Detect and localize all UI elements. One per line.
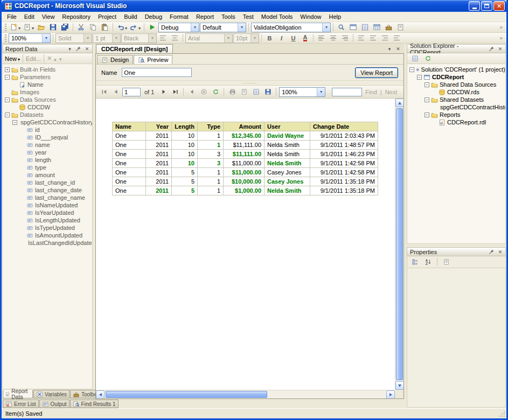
tree-item-field[interactable]: IsNameUpdated xyxy=(3,201,92,209)
redo-button[interactable] xyxy=(129,22,142,32)
horizontal-scrollbar[interactable] xyxy=(96,390,395,398)
save-all-button[interactable] xyxy=(59,22,71,32)
tree-item-data-sources[interactable]: Data Sources xyxy=(3,96,92,103)
menu-item-model-tools[interactable]: Model Tools xyxy=(258,12,297,21)
view-report-button[interactable]: View Report xyxy=(355,67,398,78)
categorized-button[interactable] xyxy=(409,257,421,267)
paste-button[interactable] xyxy=(99,22,110,32)
close-panel-button[interactable] xyxy=(496,45,504,53)
start-debugging-button[interactable] xyxy=(147,22,158,32)
undo-button[interactable] xyxy=(115,22,128,32)
menu-item-edit[interactable]: Edit xyxy=(20,12,38,21)
resize-grip[interactable] xyxy=(498,410,506,418)
underline-button[interactable]: U xyxy=(288,33,299,43)
parameter-splitter[interactable] xyxy=(96,81,403,86)
tree-item-field[interactable]: IsTypeUpdated xyxy=(3,224,92,232)
edit-button[interactable]: Edit... xyxy=(26,55,41,62)
current-page-input[interactable] xyxy=(122,88,141,96)
tree-item-parameter-name[interactable]: Name xyxy=(3,81,92,88)
open-file-button[interactable] xyxy=(36,22,47,32)
menu-item-file[interactable]: File xyxy=(3,12,20,21)
tab-error-list[interactable]: Error List xyxy=(3,400,39,408)
font-name-combo[interactable]: Arial xyxy=(185,33,233,43)
menu-item-report[interactable]: Report xyxy=(192,12,218,21)
tree-item-field[interactable]: last_change_date xyxy=(3,186,92,194)
tree-item-datasets[interactable]: Datasets xyxy=(3,111,92,118)
menu-item-repository[interactable]: Repository xyxy=(58,12,94,21)
tree-item-field[interactable]: IsLastChangedIdUpdated xyxy=(3,239,92,247)
tree-item-field[interactable]: name xyxy=(3,141,92,149)
border-style-combo[interactable]: Solid xyxy=(55,33,92,43)
find-link[interactable]: Find xyxy=(363,89,379,95)
refresh-report-button[interactable] xyxy=(210,87,221,97)
collapse-icon[interactable] xyxy=(425,113,429,117)
first-page-button[interactable] xyxy=(99,87,109,97)
close-panel-button[interactable] xyxy=(83,45,91,53)
menu-item-build[interactable]: Build xyxy=(120,12,141,21)
toolbar-overflow-button[interactable] xyxy=(497,24,505,30)
vertical-scroll-track[interactable] xyxy=(395,107,403,381)
tree-item-field[interactable]: IsAmountUpdated xyxy=(3,232,92,239)
menu-item-project[interactable]: Project xyxy=(94,12,120,21)
refresh-button[interactable] xyxy=(422,53,434,64)
tree-item-built-in-fields[interactable]: Built-in Fields xyxy=(3,66,92,73)
tree-item-solution[interactable]: Solution 'CDCReport' (1 project) xyxy=(407,66,505,73)
menu-item-format[interactable]: Format xyxy=(166,12,192,21)
border-width-combo[interactable]: 1 pt xyxy=(93,33,121,43)
tree-item-parameters[interactable]: Parameters xyxy=(3,73,92,81)
save-button[interactable] xyxy=(47,22,59,32)
tree-item-field[interactable]: IsLengthUpdated xyxy=(3,216,92,224)
toolbar-overflow-button[interactable] xyxy=(497,35,505,41)
menu-item-window[interactable]: Window xyxy=(296,12,325,21)
increase-indent-button[interactable] xyxy=(391,33,402,43)
solution-explorer-button[interactable] xyxy=(347,22,359,32)
font-size-combo[interactable]: 10pt xyxy=(233,33,259,43)
tree-item-field[interactable]: id xyxy=(3,126,92,134)
tree-item-images[interactable]: Images xyxy=(3,88,92,96)
delete-button[interactable] xyxy=(47,55,52,62)
tree-item-cdcdw[interactable]: CDCDW xyxy=(3,103,92,111)
print-layout-button[interactable] xyxy=(239,87,249,97)
align-left-button[interactable] xyxy=(316,33,327,43)
parameter-name-input[interactable] xyxy=(122,68,192,77)
tree-item-field[interactable]: length xyxy=(3,156,92,164)
object-browser-button[interactable] xyxy=(371,22,382,32)
toolbox-button[interactable] xyxy=(383,22,394,32)
properties-window-button[interactable] xyxy=(359,22,371,32)
tree-item-project[interactable]: CDCReport xyxy=(407,73,505,81)
tree-item-field[interactable]: last_change_name xyxy=(3,194,92,201)
validate-obligation-combo[interactable]: ValidateObligation xyxy=(251,23,331,32)
page-setup-button[interactable] xyxy=(250,87,261,97)
previous-page-button[interactable] xyxy=(110,87,121,97)
tree-item-cdcdw-rds[interactable]: CDCDW.rds xyxy=(407,88,505,96)
align-center-button[interactable] xyxy=(328,33,339,43)
collapse-icon[interactable] xyxy=(425,82,429,87)
auto-hide-button[interactable] xyxy=(488,45,496,53)
tab-find-results[interactable]: Find Results 1 xyxy=(70,400,119,408)
copy-button[interactable] xyxy=(87,22,99,32)
scroll-up-button[interactable] xyxy=(395,99,403,107)
collapse-icon[interactable] xyxy=(12,120,17,125)
tab-variables[interactable]: Variables xyxy=(33,390,69,398)
add-new-item-button[interactable] xyxy=(22,22,35,32)
last-page-button[interactable] xyxy=(170,87,180,97)
italic-button[interactable]: I xyxy=(276,33,287,43)
menu-item-view[interactable]: View xyxy=(38,12,59,21)
numbered-list-button[interactable] xyxy=(356,33,367,43)
tree-item-dataset[interactable]: spgGetCDCContractHistory xyxy=(3,118,92,126)
minimize-button[interactable] xyxy=(469,1,480,11)
collapse-icon[interactable] xyxy=(425,97,429,102)
maximize-button[interactable] xyxy=(481,1,492,11)
tree-item-field[interactable]: amount xyxy=(3,171,92,179)
window-position-button[interactable] xyxy=(66,45,74,53)
find-text-input[interactable] xyxy=(332,88,362,96)
menu-item-tools[interactable]: Tools xyxy=(218,12,239,21)
tab-report-data[interactable]: Report Data xyxy=(3,390,33,398)
debug-target-combo[interactable]: Debug xyxy=(158,23,199,32)
collapse-icon[interactable] xyxy=(5,113,10,117)
scroll-right-button[interactable] xyxy=(386,390,395,398)
close-document-button[interactable] xyxy=(394,45,402,52)
close-panel-button[interactable] xyxy=(496,248,504,256)
toolbar-grip[interactable] xyxy=(5,34,6,42)
find-next-link[interactable]: Next xyxy=(383,89,400,95)
